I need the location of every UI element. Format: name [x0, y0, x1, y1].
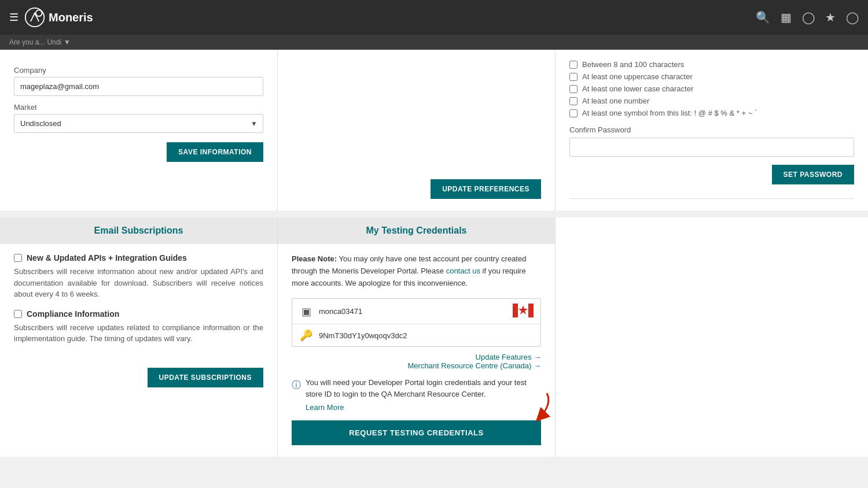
pw-checkbox-row-4: At least one number — [569, 97, 854, 105]
sub-checkbox-row-2: Compliance Information — [14, 309, 263, 319]
user-icon[interactable]: ◯ — [846, 10, 859, 24]
info-text: You will need your Developer Portal logi… — [306, 378, 527, 398]
company-field: Company — [14, 66, 263, 96]
company-input[interactable] — [14, 77, 263, 96]
sub-title-1: New & Updated APIs + Integration Guides — [27, 253, 187, 263]
pw-checkbox-4[interactable] — [569, 97, 578, 105]
update-features-link[interactable]: Update Features → — [476, 353, 541, 361]
sub-desc-1: Subscribers will receive information abo… — [14, 266, 263, 300]
hamburger-icon[interactable]: ☰ — [9, 11, 19, 24]
sub-checkbox-1[interactable] — [14, 254, 22, 262]
sub-checkbox-2[interactable] — [14, 310, 22, 318]
testing-credentials-panel: My Testing Credentials Please Note: You … — [278, 217, 556, 457]
header-right: 🔍 ▦ ◯ ★ ◯ — [756, 10, 859, 24]
save-information-button[interactable]: SAVE INFORMATION — [167, 142, 263, 162]
sub-desc-2: Subscribers will receive updates related… — [14, 322, 263, 345]
market-select[interactable]: Undisclosed Canada USA — [14, 114, 263, 133]
testing-credentials-header: My Testing Credentials — [278, 217, 555, 244]
testing-note: Please Note: You may only have one test … — [292, 253, 541, 289]
email-subscriptions-header: Email Subscriptions — [0, 217, 277, 244]
pw-checkbox-row-2: At least one uppercase character — [569, 72, 854, 81]
bottom-row: Email Subscriptions New & Updated APIs +… — [0, 217, 868, 457]
pw-checkbox-2[interactable] — [569, 73, 578, 81]
bottom-right-panel — [556, 217, 868, 457]
update-preferences-button[interactable]: UPDATE PREFERENCES — [431, 179, 541, 199]
update-subs-btn-row: UPDATE SUBSCRIPTIONS — [14, 368, 263, 387]
star-icon[interactable]: ★ — [825, 10, 836, 24]
confirm-pw-label: Confirm Password — [569, 125, 854, 134]
top-row: Company Market Undisclosed Canada USA ▼ … — [0, 50, 868, 210]
email-subscriptions-panel: Email Subscriptions New & Updated APIs +… — [0, 217, 278, 457]
subscription-item-2: Compliance Information Subscribers will … — [14, 309, 263, 345]
info-panel: Company Market Undisclosed Canada USA ▼ … — [0, 50, 278, 210]
contact-link[interactable]: contact us — [446, 267, 480, 275]
header: ☰ Moneris 🔍 ▦ ◯ ★ ◯ — [0, 0, 868, 35]
preferences-panel: UPDATE PREFERENCES — [278, 50, 556, 210]
request-testing-credentials-button[interactable]: REQUEST TESTING CREDENTIALS — [292, 420, 541, 445]
svg-rect-4 — [528, 304, 534, 317]
pw-checkbox-row-1: Between 8 and 100 characters — [569, 60, 854, 69]
password-value: 9NmT30dY1y0wqoqv3dc2 — [319, 331, 534, 340]
save-btn-row: SAVE INFORMATION — [14, 142, 263, 162]
store-id-row: ▣ monca03471 — [292, 299, 540, 324]
pw-checkbox-3[interactable] — [569, 85, 578, 93]
info-box: ⓘ You will need your Developer Portal lo… — [292, 377, 541, 413]
row-divider — [0, 210, 868, 217]
password-section: Between 8 and 100 characters At least on… — [569, 54, 854, 199]
pw-checkbox-5[interactable] — [569, 109, 578, 117]
note-bold: Please Note: — [292, 254, 337, 263]
market-label: Market — [14, 103, 263, 112]
email-subscriptions-body: New & Updated APIs + Integration Guides … — [0, 244, 277, 399]
subscription-item-1: New & Updated APIs + Integration Guides … — [14, 253, 263, 300]
logo-icon — [24, 7, 45, 28]
logo: Moneris — [24, 7, 93, 28]
pw-rule-4: At least one number — [582, 97, 649, 105]
testing-credentials-body: Please Note: You may only have one test … — [278, 244, 555, 457]
learn-more-link[interactable]: Learn More — [306, 402, 541, 413]
key-icon: 🔑 — [299, 329, 313, 342]
store-id-value: monca03471 — [319, 307, 507, 316]
request-btn-container: REQUEST TESTING CREDENTIALS — [292, 420, 541, 445]
preferences-btn-row: UPDATE PREFERENCES — [292, 179, 541, 199]
store-icon: ▣ — [299, 305, 313, 318]
svg-rect-3 — [513, 304, 518, 317]
logo-text: Moneris — [49, 11, 93, 24]
canada-flag-icon — [513, 304, 534, 319]
set-pw-btn-row: SET PASSWORD — [569, 165, 854, 184]
credentials-box: ▣ monca03471 🔑 9NmT30dY1y0wq — [292, 298, 541, 347]
sub-title-2: Compliance Information — [27, 309, 119, 319]
header-left: ☰ Moneris — [9, 7, 93, 28]
chat-icon[interactable]: ▦ — [781, 10, 792, 24]
message-icon[interactable]: ◯ — [802, 10, 815, 24]
pw-rule-5: At least one symbol from this list: ! @ … — [582, 109, 757, 117]
testing-credentials-title: My Testing Credentials — [366, 225, 467, 235]
canada-flag-svg — [513, 304, 534, 317]
pw-rule-2: At least one uppercase character — [582, 72, 693, 81]
market-field: Market Undisclosed Canada USA ▼ — [14, 103, 263, 133]
topbar-label: Are you a... — [9, 38, 45, 46]
info-content: You will need your Developer Portal logi… — [306, 377, 541, 413]
market-select-wrapper: Undisclosed Canada USA ▼ — [14, 114, 263, 133]
pw-checkbox-row-5: At least one symbol from this list: ! @ … — [569, 109, 854, 117]
info-icon: ⓘ — [292, 378, 301, 413]
topbar: Are you a... Undi ▼ — [0, 35, 868, 50]
company-label: Company — [14, 66, 263, 75]
pw-rule-1: Between 8 and 100 characters — [582, 60, 684, 69]
topbar-arrow[interactable]: ▼ — [64, 38, 71, 46]
update-subscriptions-button[interactable]: UPDATE SUBSCRIPTIONS — [148, 368, 263, 387]
sub-checkbox-row-1: New & Updated APIs + Integration Guides — [14, 253, 263, 263]
svg-point-1 — [36, 10, 42, 16]
search-icon[interactable]: 🔍 — [756, 10, 770, 24]
merchant-resource-link[interactable]: Merchant Resource Centre (Canada) → — [408, 361, 542, 370]
links-row: Update Features → Merchant Resource Cent… — [292, 353, 541, 370]
pw-checkbox-row-3: At least one lower case character — [569, 84, 854, 93]
set-password-button[interactable]: SET PASSWORD — [772, 165, 854, 184]
email-subscriptions-title: Email Subscriptions — [94, 225, 183, 235]
pw-rule-3: At least one lower case character — [582, 84, 693, 93]
topbar-value: Undi — [47, 38, 61, 46]
pw-checkbox-1[interactable] — [569, 61, 578, 69]
confirm-pw-input[interactable] — [569, 138, 854, 157]
password-row: 🔑 9NmT30dY1y0wqoqv3dc2 — [292, 324, 540, 346]
password-panel: Between 8 and 100 characters At least on… — [556, 50, 868, 210]
